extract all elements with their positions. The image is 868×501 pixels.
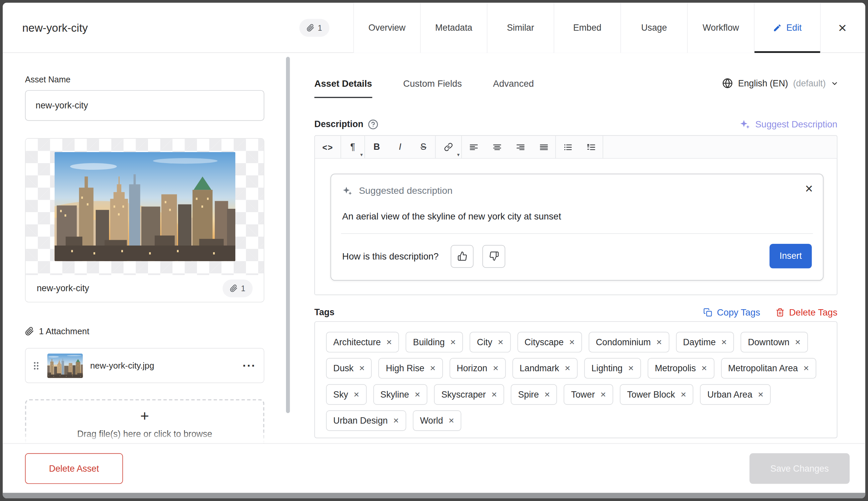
- remove-tag-icon[interactable]: ×: [628, 364, 634, 373]
- remove-tag-icon[interactable]: ×: [493, 364, 499, 373]
- align-justify-icon[interactable]: [532, 136, 555, 158]
- drag-handle-icon[interactable]: [32, 361, 40, 371]
- remove-tag-icon[interactable]: ×: [600, 390, 606, 399]
- copy-tags-button[interactable]: Copy Tags: [704, 307, 760, 318]
- subtab-custom-fields[interactable]: Custom Fields: [403, 69, 462, 98]
- tag-label: Skyscraper: [441, 390, 486, 399]
- tag-chip: Spire ×: [511, 384, 557, 405]
- subtab-advanced[interactable]: Advanced: [493, 69, 534, 98]
- asset-name-input[interactable]: [25, 90, 264, 121]
- delete-asset-button[interactable]: Delete Asset: [25, 453, 123, 484]
- language-default-suffix: (default): [793, 78, 826, 88]
- attachments-header-label: 1 Attachment: [39, 326, 89, 336]
- remove-tag-icon[interactable]: ×: [758, 390, 763, 399]
- align-left-icon[interactable]: [462, 136, 485, 158]
- sparkles-icon: [740, 119, 750, 129]
- remove-tag-icon[interactable]: ×: [415, 390, 420, 399]
- paragraph-format-icon[interactable]: ¶▾: [341, 136, 364, 158]
- tab-label: Edit: [786, 23, 802, 33]
- subtab-asset-details[interactable]: Asset Details: [314, 69, 372, 98]
- remove-tag-icon[interactable]: ×: [701, 364, 707, 373]
- align-center-icon[interactable]: [485, 136, 509, 158]
- tag-label: Metropolitan Area: [728, 363, 798, 373]
- tag-chip: Tower Block ×: [620, 384, 694, 405]
- screen: new-york-city 1 Overview Metadata Simila…: [0, 0, 868, 501]
- tag-chip: Dusk ×: [326, 358, 372, 379]
- remove-tag-icon[interactable]: ×: [491, 390, 497, 399]
- close-icon[interactable]: ×: [805, 181, 813, 196]
- paperclip-icon: [307, 24, 314, 32]
- remove-tag-icon[interactable]: ×: [803, 364, 809, 373]
- tag-chip: World ×: [413, 410, 461, 431]
- tag-chip: Landmark ×: [512, 358, 577, 379]
- tag-chip: Building ×: [406, 332, 463, 353]
- bold-icon[interactable]: B: [365, 136, 388, 158]
- suggest-description-button[interactable]: Suggest Description: [740, 119, 837, 129]
- remove-tag-icon[interactable]: ×: [450, 338, 456, 347]
- remove-tag-icon[interactable]: ×: [544, 390, 550, 399]
- remove-tag-icon[interactable]: ×: [681, 390, 686, 399]
- tab-usage[interactable]: Usage: [620, 3, 687, 53]
- description-editor: <> ¶▾ B I S ▾: [314, 136, 837, 295]
- tab-embed[interactable]: Embed: [554, 3, 620, 53]
- tab-similar[interactable]: Similar: [487, 3, 554, 53]
- close-icon[interactable]: ×: [832, 17, 853, 38]
- asset-preview-image: [55, 152, 235, 261]
- attachment-row: new-york-city.jpg ···: [25, 348, 264, 383]
- caret-icon: ▾: [457, 152, 460, 158]
- tag-chip: City ×: [470, 332, 511, 353]
- tag-label: Tower Block: [627, 390, 675, 399]
- modal-footer: Delete Asset Save Changes: [3, 443, 865, 493]
- remove-tag-icon[interactable]: ×: [386, 338, 392, 347]
- link-icon[interactable]: ▾: [436, 136, 461, 158]
- remove-tag-icon[interactable]: ×: [354, 390, 359, 399]
- tag-label: Architecture: [333, 337, 381, 347]
- attachment-thumbnail: [47, 353, 83, 377]
- ordered-list-icon[interactable]: [579, 136, 603, 158]
- tag-label: Cityscape: [525, 337, 564, 347]
- italic-icon[interactable]: I: [388, 136, 412, 158]
- file-dropzone[interactable]: + Drag file(s) here or click to browse: [25, 399, 264, 443]
- preview-attachment-badge: 1: [223, 279, 253, 297]
- sparkles-icon: [342, 186, 352, 196]
- tab-overview[interactable]: Overview: [353, 3, 420, 53]
- code-view-icon[interactable]: <>: [315, 136, 341, 158]
- thumbs-up-button[interactable]: [451, 245, 474, 267]
- save-changes-button[interactable]: Save Changes: [749, 453, 849, 484]
- language-selector[interactable]: English (EN) (default): [722, 78, 838, 89]
- help-icon[interactable]: [368, 119, 378, 129]
- thumbs-up-icon: [457, 251, 467, 261]
- remove-tag-icon[interactable]: ×: [569, 338, 575, 347]
- remove-tag-icon[interactable]: ×: [795, 338, 801, 347]
- tag-label: Daytime: [683, 337, 716, 347]
- remove-tag-icon[interactable]: ×: [721, 338, 727, 347]
- tag-chip: Downtown ×: [741, 332, 807, 353]
- tag-label: World: [420, 416, 443, 426]
- dropzone-label: Drag file(s) here or click to browse: [26, 430, 263, 440]
- attachment-count: 1: [318, 23, 322, 32]
- insert-button[interactable]: Insert: [770, 244, 812, 268]
- remove-tag-icon[interactable]: ×: [393, 416, 399, 425]
- vertical-scrollbar[interactable]: [286, 57, 290, 413]
- remove-tag-icon[interactable]: ×: [498, 338, 504, 347]
- tag-chip: Metropolitan Area ×: [721, 358, 816, 379]
- tag-label: Horizon: [457, 363, 487, 373]
- tab-workflow[interactable]: Workflow: [687, 3, 754, 53]
- remove-tag-icon[interactable]: ×: [656, 338, 662, 347]
- tab-metadata[interactable]: Metadata: [420, 3, 487, 53]
- tag-label: Tower: [571, 390, 595, 399]
- chevron-down-icon: [831, 79, 838, 87]
- tab-edit[interactable]: Edit: [754, 3, 821, 53]
- remove-tag-icon[interactable]: ×: [430, 364, 436, 373]
- remove-tag-icon[interactable]: ×: [359, 364, 365, 373]
- remove-tag-icon[interactable]: ×: [565, 364, 570, 373]
- tag-chip: Skyline ×: [373, 384, 427, 405]
- bullet-list-icon[interactable]: [556, 136, 579, 158]
- tag-chip: Urban Area ×: [700, 384, 771, 405]
- attachment-menu-icon[interactable]: ···: [243, 360, 256, 371]
- thumbs-down-button[interactable]: [483, 245, 505, 267]
- align-right-icon[interactable]: [509, 136, 532, 158]
- strikethrough-icon[interactable]: S: [412, 136, 435, 158]
- remove-tag-icon[interactable]: ×: [449, 416, 454, 425]
- delete-tags-button[interactable]: Delete Tags: [776, 307, 837, 318]
